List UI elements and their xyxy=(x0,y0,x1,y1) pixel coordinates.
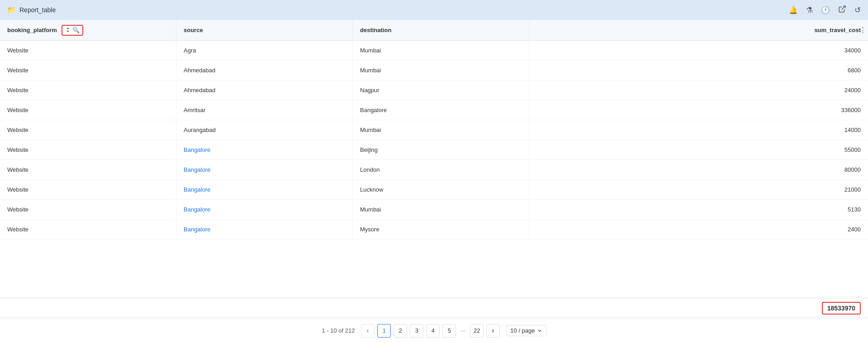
cell-booking-platform: Website xyxy=(0,220,176,239)
table-wrapper: booking_platform 🔍 source destination xyxy=(0,20,868,318)
bell-icon[interactable]: 🔔 xyxy=(789,6,798,14)
prev-page-button[interactable] xyxy=(361,324,375,338)
cell-booking-platform: Website xyxy=(0,180,176,199)
table-row: Website Bangalore Lucknow 21000 xyxy=(0,180,868,200)
cell-destination: Nagpur xyxy=(353,80,529,100)
table-row: Website Ahmedabad Nagpur 24000 xyxy=(0,80,868,100)
cell-booking-platform: Website xyxy=(0,120,176,140)
pagination-bar: 1 - 10 of 212 1 2 3 4 5 ··· 22 10 / page xyxy=(0,318,868,343)
cell-source: Bangalore xyxy=(176,160,353,179)
cell-source: Ahmedabad xyxy=(176,61,353,80)
table-row: Website Amritsar Bangalore 336000 xyxy=(0,100,868,120)
cell-sum-travel-cost: 55000 xyxy=(529,140,868,160)
cell-sum-travel-cost: 80000 xyxy=(529,160,868,179)
search-icon: 🔍 xyxy=(72,27,80,33)
col-label-sum-travel-cost: sum_travel_cost xyxy=(814,27,861,33)
cell-destination: Mysore xyxy=(353,220,529,239)
cell-source: Bangalore xyxy=(176,200,353,219)
cell-destination: Beijing xyxy=(353,140,529,160)
cell-sum-travel-cost: 6800 xyxy=(529,61,868,80)
table-row: Website Bangalore London 80000 xyxy=(0,160,868,180)
cell-source: Ahmedabad xyxy=(176,80,353,100)
cell-sum-travel-cost: 14000 xyxy=(529,120,868,140)
folder-icon: 📁 xyxy=(7,6,16,14)
page-1-button[interactable]: 1 xyxy=(377,324,391,338)
page-3-button[interactable]: 3 xyxy=(410,324,423,338)
cell-destination: London xyxy=(353,160,529,179)
summary-cell-1 xyxy=(0,298,176,318)
cell-sum-travel-cost: 34000 xyxy=(529,41,868,60)
clock-icon[interactable]: 🕐 xyxy=(821,6,830,14)
col-label-booking-platform: booking_platform xyxy=(7,27,57,33)
cell-source: Aurangabad xyxy=(176,120,353,140)
more-options-icon[interactable]: ⋮ xyxy=(859,26,866,34)
cell-destination: Mumbai xyxy=(353,41,529,60)
page-2-button[interactable]: 2 xyxy=(394,324,407,338)
table-row: Website Bangalore Mumbai 5130 xyxy=(0,200,868,220)
cell-booking-platform: Website xyxy=(0,100,176,120)
page-ellipsis: ··· xyxy=(459,327,467,334)
cell-sum-travel-cost: 21000 xyxy=(529,180,868,199)
cell-source: Agra xyxy=(176,41,353,60)
cell-booking-platform: Website xyxy=(0,41,176,60)
summary-cell-2 xyxy=(176,298,353,318)
cell-source: Bangalore xyxy=(176,180,353,199)
total-value: 18533970 xyxy=(822,302,861,315)
header-icons: 🔔 ⚗ 🕐 ↺ xyxy=(789,5,861,15)
cell-sum-travel-cost: 2400 xyxy=(529,220,868,239)
table-row: Website Agra Mumbai 34000 xyxy=(0,41,868,61)
cell-source: Amritsar xyxy=(176,100,353,120)
cell-destination: Mumbai xyxy=(353,61,529,80)
col-label-destination: destination xyxy=(360,27,391,33)
cell-booking-platform: Website xyxy=(0,200,176,219)
col-header-destination: destination xyxy=(353,20,529,40)
page-title: Report_table xyxy=(19,6,56,14)
per-page-selector[interactable]: 10 / page xyxy=(506,325,546,336)
cell-booking-platform: Website xyxy=(0,80,176,100)
table-row: Website Bangalore Beijing 55000 xyxy=(0,140,868,160)
cell-destination: Mumbai xyxy=(353,120,529,140)
cell-booking-platform: Website xyxy=(0,140,176,160)
next-page-button[interactable] xyxy=(486,324,500,338)
table-row: Website Aurangabad Mumbai 14000 xyxy=(0,120,868,140)
per-page-label: 10 / page xyxy=(510,327,535,334)
col-header-booking-platform: booking_platform 🔍 xyxy=(0,20,176,40)
table-row: Website Bangalore Mysore 2400 xyxy=(0,220,868,240)
cell-destination: Bangalore xyxy=(353,100,529,120)
page-last-button[interactable]: 22 xyxy=(470,324,484,338)
cell-sum-travel-cost: 5130 xyxy=(529,200,868,219)
column-filter-box[interactable]: 🔍 xyxy=(62,25,83,36)
page-4-button[interactable]: 4 xyxy=(426,324,440,338)
cell-booking-platform: Website xyxy=(0,61,176,80)
cell-sum-travel-cost: 24000 xyxy=(529,80,868,100)
page-5-button[interactable]: 5 xyxy=(442,324,456,338)
cell-source: Bangalore xyxy=(176,140,353,160)
cell-sum-travel-cost: 336000 xyxy=(529,100,868,120)
col-label-source: source xyxy=(184,27,203,33)
export-icon[interactable] xyxy=(838,5,846,15)
sort-icon xyxy=(65,27,71,34)
summary-cell-total: 18533970 xyxy=(529,298,868,318)
cell-booking-platform: Website xyxy=(0,160,176,179)
summary-row: 18533970 xyxy=(0,298,868,318)
refresh-icon[interactable]: ↺ xyxy=(854,5,861,15)
summary-cell-3 xyxy=(353,298,529,318)
table-row: Website Ahmedabad Mumbai 6800 xyxy=(0,61,868,80)
cell-destination: Mumbai xyxy=(353,200,529,219)
table-header: booking_platform 🔍 source destination xyxy=(0,20,868,41)
filter-icon[interactable]: ⚗ xyxy=(806,5,813,15)
svg-line-0 xyxy=(842,6,845,9)
col-header-source: source xyxy=(176,20,353,40)
pagination-range: 1 - 10 of 212 xyxy=(322,327,355,334)
table-body: Website Agra Mumbai 34000 Website Ahmeda… xyxy=(0,41,868,298)
cell-source: Bangalore xyxy=(176,220,353,239)
header-bar: 📁 Report_table 🔔 ⚗ 🕐 ↺ xyxy=(0,0,868,20)
header-left: 📁 Report_table xyxy=(7,6,56,14)
cell-destination: Lucknow xyxy=(353,180,529,199)
col-header-sum-travel-cost: sum_travel_cost ⋮ xyxy=(529,20,868,40)
